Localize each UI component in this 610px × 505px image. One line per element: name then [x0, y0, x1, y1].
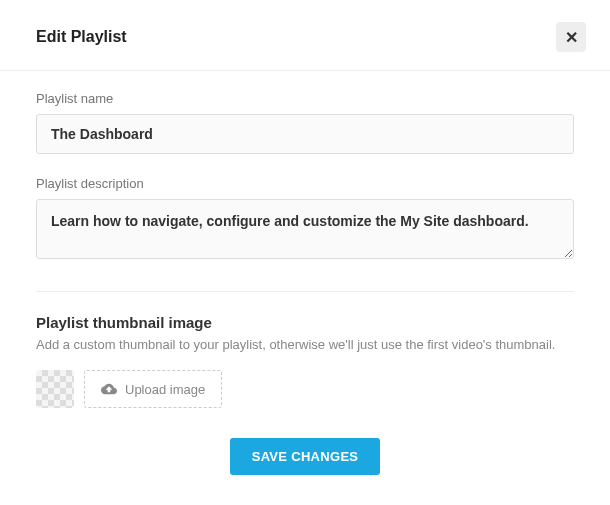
playlist-name-group: Playlist name: [36, 91, 574, 154]
modal-header: Edit Playlist ✕: [0, 0, 610, 71]
playlist-name-input[interactable]: [36, 114, 574, 154]
playlist-description-input[interactable]: Learn how to navigate, configure and cus…: [36, 199, 574, 259]
modal-footer: SAVE CHANGES: [36, 438, 574, 475]
upload-image-label: Upload image: [125, 382, 205, 397]
edit-playlist-modal: Edit Playlist ✕ Playlist name Playlist d…: [0, 0, 610, 505]
modal-body: Playlist name Playlist description Learn…: [0, 71, 610, 475]
divider: [36, 291, 574, 292]
upload-image-button[interactable]: Upload image: [84, 370, 222, 408]
thumbnail-title: Playlist thumbnail image: [36, 314, 574, 331]
playlist-description-group: Playlist description Learn how to naviga…: [36, 176, 574, 263]
save-changes-button[interactable]: SAVE CHANGES: [230, 438, 381, 475]
playlist-name-label: Playlist name: [36, 91, 574, 106]
thumbnail-preview[interactable]: [36, 370, 74, 408]
modal-title: Edit Playlist: [36, 28, 127, 46]
cloud-upload-icon: [101, 383, 117, 395]
close-icon: ✕: [565, 28, 578, 47]
playlist-description-label: Playlist description: [36, 176, 574, 191]
thumbnail-row: Upload image: [36, 370, 574, 408]
thumbnail-subtitle: Add a custom thumbnail to your playlist,…: [36, 337, 574, 352]
thumbnail-section: Playlist thumbnail image Add a custom th…: [36, 314, 574, 408]
close-button[interactable]: ✕: [556, 22, 586, 52]
